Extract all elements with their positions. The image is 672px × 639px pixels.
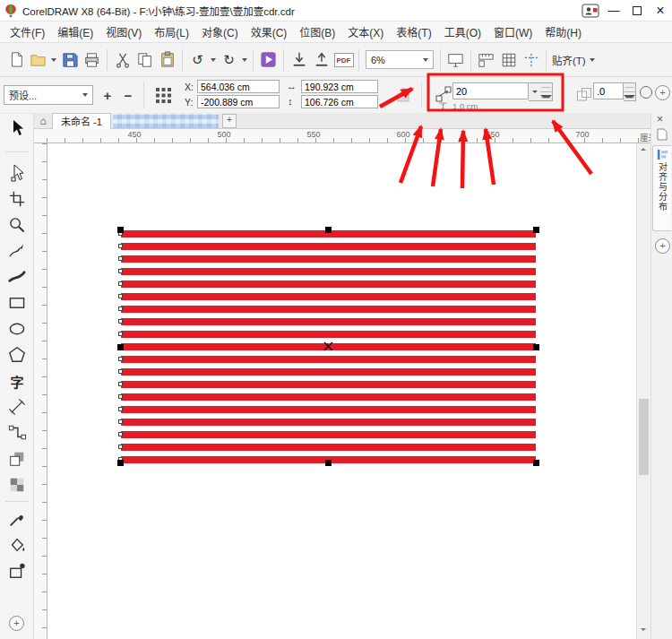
blend-spacing-value[interactable]: 1.0 cm <box>452 101 478 111</box>
redo-button[interactable]: ↻ <box>218 47 240 73</box>
vertical-scrollbar[interactable] <box>636 143 650 639</box>
copy-button[interactable] <box>134 47 156 73</box>
loop-blend-button[interactable] <box>640 86 652 99</box>
add-preset-button[interactable]: + <box>99 86 116 104</box>
export-button[interactable] <box>310 47 332 73</box>
spinner-up-icon[interactable] <box>540 83 552 92</box>
object-width-field[interactable] <box>301 80 378 93</box>
menu-window[interactable]: 窗口(W) <box>487 24 538 39</box>
fullscreen-preview-button[interactable] <box>444 47 467 73</box>
open-button[interactable] <box>27 47 49 73</box>
show-guidelines-button[interactable] <box>520 47 542 73</box>
interactive-fill-tool[interactable] <box>6 534 28 556</box>
menu-table[interactable]: 表格(T) <box>390 24 437 39</box>
selection-handle[interactable] <box>533 344 539 350</box>
menu-text[interactable]: 文本(X) <box>341 24 390 39</box>
artistic-media-tool[interactable] <box>6 266 28 288</box>
new-tab-button[interactable]: + <box>222 114 237 128</box>
connector-tool[interactable] <box>6 422 28 444</box>
menu-help[interactable]: 帮助(H) <box>538 24 588 39</box>
selection-handle[interactable] <box>325 227 332 233</box>
print-button[interactable] <box>81 47 103 73</box>
scroll-down-icon[interactable] <box>641 628 646 631</box>
close-button[interactable]: × <box>649 0 672 21</box>
maximize-button[interactable] <box>625 0 649 21</box>
customize-toolbox-button[interactable]: + <box>9 616 24 631</box>
spinner-down-icon[interactable] <box>540 92 552 100</box>
scrollbar-thumb[interactable] <box>639 399 649 475</box>
color-eyedropper-tool[interactable] <box>6 508 28 530</box>
crop-tool[interactable] <box>6 188 28 210</box>
smart-fill-tool[interactable] <box>6 560 28 582</box>
show-grid-button[interactable] <box>497 47 520 73</box>
blend-steps-spinner[interactable] <box>540 82 553 101</box>
horizontal-ruler[interactable]: 450 500 550 600 650 700 厘米 <box>34 129 672 143</box>
polygon-tool[interactable] <box>6 344 28 366</box>
selection-handle[interactable] <box>533 227 539 233</box>
menu-file[interactable]: 文件(F) <box>4 24 51 39</box>
blend-steps-dropdown[interactable] <box>529 82 541 101</box>
paste-button[interactable] <box>156 47 178 73</box>
vertical-ruler[interactable] <box>34 143 47 639</box>
freehand-tool[interactable] <box>6 240 28 262</box>
document-tab[interactable]: 未命名 -1 <box>52 113 111 129</box>
scroll-up-icon[interactable] <box>641 148 646 151</box>
snap-to-dropdown[interactable]: 贴齐(T) <box>552 53 595 67</box>
minimize-button[interactable]: — <box>602 0 625 21</box>
sign-in-button[interactable] <box>579 0 602 21</box>
undo-button[interactable]: ↺ <box>186 47 209 73</box>
new-document-button[interactable] <box>4 47 27 73</box>
ellipse-tool[interactable] <box>6 318 28 340</box>
blend-wrap-button[interactable] <box>573 84 595 106</box>
drawing-canvas[interactable] <box>47 143 636 639</box>
preset-combo[interactable]: 预设... <box>4 85 93 105</box>
menu-bitmaps[interactable]: 位图(B) <box>293 24 341 39</box>
menu-effects[interactable]: 效果(C) <box>245 24 294 39</box>
search-content-button[interactable] <box>257 47 280 73</box>
menu-object[interactable]: 对象(C) <box>195 24 245 39</box>
spinner-up-icon[interactable] <box>624 83 635 92</box>
shape-tool[interactable] <box>6 162 28 184</box>
save-button[interactable] <box>58 47 81 73</box>
spinner-down-icon[interactable] <box>624 92 635 100</box>
menu-view[interactable]: 视图(V) <box>99 24 148 39</box>
zoom-tool[interactable] <box>6 214 28 236</box>
selection-handle[interactable] <box>117 460 124 466</box>
show-rulers-button[interactable] <box>475 47 497 73</box>
cut-button[interactable] <box>111 47 134 73</box>
y-position-field[interactable] <box>197 95 280 108</box>
dimension-tool[interactable] <box>6 396 28 418</box>
object-height-field[interactable] <box>301 95 378 108</box>
object-position-grid-button[interactable] <box>152 84 174 106</box>
blend-direction-spinner[interactable] <box>624 82 636 101</box>
selection-handle[interactable] <box>117 344 124 350</box>
menu-edit[interactable]: 编辑(E) <box>51 24 99 39</box>
home-icon[interactable]: ⌂ <box>34 115 52 127</box>
undo-dropdown[interactable] <box>209 47 218 73</box>
menu-tools[interactable]: 工具(O) <box>438 24 487 39</box>
menu-layout[interactable]: 布局(L) <box>148 24 195 39</box>
x-position-field[interactable] <box>197 80 280 93</box>
zoom-level-combo[interactable]: 6% <box>366 50 434 69</box>
drop-shadow-tool[interactable] <box>6 448 28 470</box>
import-button[interactable] <box>288 47 310 73</box>
redo-dropdown[interactable] <box>240 47 249 73</box>
rectangle-tool[interactable] <box>6 292 28 314</box>
lock-ratio-button[interactable] <box>392 84 414 106</box>
remove-preset-button[interactable]: − <box>119 86 137 104</box>
transparency-tool[interactable] <box>6 474 28 496</box>
docker-close-button[interactable]: × <box>657 113 663 125</box>
docker-page-icon[interactable] <box>657 128 668 141</box>
blend-direction-field[interactable] <box>593 82 624 99</box>
selection-handle[interactable] <box>117 227 124 233</box>
docker-tab-align-distribute[interactable]: 对齐与分布 <box>652 145 671 231</box>
selection-handle[interactable] <box>325 460 332 466</box>
open-dropdown[interactable] <box>49 47 58 73</box>
quick-customize-button[interactable]: + <box>655 238 670 254</box>
publish-pdf-button[interactable]: PDF <box>332 47 355 73</box>
selection-handle[interactable] <box>533 460 539 466</box>
blend-steps-field[interactable] <box>452 82 529 99</box>
text-tool[interactable]: 字 <box>6 370 28 392</box>
more-options-button[interactable]: + <box>655 85 670 100</box>
pick-tool[interactable] <box>6 117 28 139</box>
